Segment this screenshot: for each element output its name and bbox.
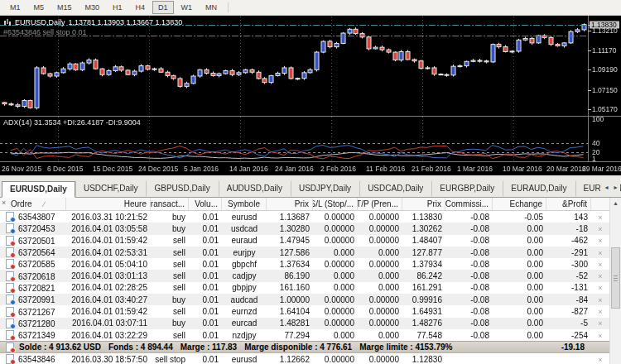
cell-prix: 1.64104: [267, 307, 313, 316]
order-row-63720564[interactable]: 637205642016.04.01 02:53:31sell0.01eurjp…: [0, 247, 609, 258]
chart-tab-usdcad-daily[interactable]: USDCAD,Daily: [359, 180, 431, 197]
close-order-icon[interactable]: ×: [598, 261, 602, 269]
cell-sl: 0.00000: [313, 236, 358, 245]
order-row-63721349[interactable]: 637213492016.04.01 03:22:29sell0.01nzdjp…: [0, 329, 609, 341]
close-order-icon[interactable]: ×: [598, 332, 602, 340]
cell-prix2: 1.12830: [402, 355, 445, 364]
price-chart-canvas[interactable]: [0, 16, 621, 175]
close-order-icon[interactable]: ×: [598, 272, 602, 280]
cell-tp: 0.000: [358, 283, 402, 292]
close-order-icon[interactable]: ×: [598, 225, 602, 233]
date-axis-label: 21 Feb 2016: [412, 165, 451, 173]
orders-table-body: 635438072016.03.31 10:21:52buy0.01eurusd…: [0, 211, 609, 341]
column-header-ordre[interactable]: Ordre∕: [0, 198, 66, 210]
timeframe-button-d1[interactable]: D1: [152, 1, 174, 14]
chart-tab-usdjpy-daily[interactable]: USDJPY,Daily: [291, 180, 359, 197]
cell-symbole: cadjpy: [222, 271, 267, 280]
cell-prix: 127.586: [267, 248, 313, 257]
order-id: 63543846: [18, 355, 55, 364]
order-row-63543846[interactable]: 635438462016.03.30 18:57:50sell stop0.01…: [0, 353, 609, 364]
cell-echange: 0.00: [493, 260, 546, 269]
close-order-icon[interactable]: ×: [598, 213, 602, 222]
pending-orders-section: 635438462016.03.30 18:57:50sell stop0.01…: [0, 353, 609, 364]
chart-tab-usdchf-daily[interactable]: USDCHF,Daily: [75, 180, 147, 197]
column-header-sl[interactable]: S/L (Stop/...: [313, 198, 358, 210]
order-row-63720501[interactable]: 637205012016.04.01 01:59:42sell0.01eurau…: [0, 235, 609, 247]
cell-heure: 2016.04.01 05:04:10: [66, 260, 151, 269]
close-order-icon[interactable]: ×: [598, 308, 602, 316]
order-id: 63721280: [18, 319, 55, 328]
column-header-transact[interactable]: Transact...: [151, 198, 189, 210]
cell-volu: 0.01: [189, 213, 222, 222]
cell-volu: 0.01: [189, 295, 222, 304]
cell-tp: 0.000: [358, 271, 402, 280]
timeframe-button-m30[interactable]: M30: [79, 1, 106, 14]
column-header-volu[interactable]: Volu...: [189, 198, 222, 210]
status-marge-limite: Marge limite : 4153.79%: [359, 342, 452, 352]
chart-tabs-bar: EURUSD,DailyUSDCHF,DailyGBPUSD,DailyAUDU…: [0, 175, 621, 198]
column-header-comm[interactable]: Commissi...: [445, 198, 493, 210]
order-row-63720585[interactable]: 637205852016.04.01 05:04:10sell0.01gbpch…: [0, 258, 609, 270]
sell-order-icon: [6, 330, 14, 340]
order-row-63720991[interactable]: 637209912016.04.01 03:40:27buy0.01audcad…: [0, 294, 609, 305]
sell-order-icon: [6, 236, 14, 246]
chart-tab-audusd-daily[interactable]: AUDUSD,Daily: [219, 180, 291, 197]
cell-profit: -291: [546, 248, 591, 257]
cell-comm: -0.08: [445, 236, 493, 245]
cell-comm: -0.08: [445, 295, 493, 304]
cell-echange: 0.00: [493, 283, 546, 292]
order-row-63720821[interactable]: 637208212016.04.01 02:28:25sell0.01gbpjp…: [0, 282, 609, 294]
table-scrollbar[interactable]: ▲: [609, 198, 621, 364]
cell-profit: -84: [546, 295, 591, 304]
timeframe-button-w1[interactable]: W1: [176, 1, 199, 14]
timeframe-button-m5[interactable]: M5: [28, 1, 51, 14]
timeframe-button-h4[interactable]: H4: [130, 1, 152, 14]
cell-transact: sell: [151, 271, 189, 280]
order-row-63721267[interactable]: 637212672016.04.01 01:59:42sell0.01eurnz…: [0, 305, 609, 317]
chart-tab-euraud-daily[interactable]: EURAUD,Daily: [503, 180, 575, 197]
column-header-symbole[interactable]: Symbole: [222, 198, 267, 210]
scrollbar-up-icon[interactable]: ▲: [610, 198, 621, 208]
order-row-63720618[interactable]: 637206182016.04.01 03:01:13sell0.01cadjp…: [0, 270, 609, 281]
cell-heure: 2016.04.01 01:59:42: [66, 307, 151, 316]
close-order-icon[interactable]: ×: [598, 284, 602, 292]
cell-tp: 0.00000: [358, 355, 402, 364]
cell-symbole: usdcad: [222, 224, 267, 233]
chart-tab-eurusd-daily[interactable]: EURUSD,Daily: [2, 181, 75, 198]
timeframe-button-m1[interactable]: M1: [4, 1, 26, 14]
chart-tab-eurgbp-daily[interactable]: EURGBP,Daily: [431, 180, 503, 197]
cell-prix2: 1.30262: [402, 224, 445, 233]
column-header-prix2[interactable]: Prix: [402, 198, 445, 210]
column-header-echange[interactable]: Echange: [493, 198, 546, 210]
column-header-tp[interactable]: T/P (Pren...: [358, 198, 402, 210]
order-row-63720453[interactable]: 637204532016.04.01 03:05:58buy0.01usdcad…: [0, 223, 609, 234]
cell-transact: buy: [151, 213, 189, 222]
cell-prix2: 1.48407: [402, 236, 445, 245]
cell-sl: 0.000: [313, 331, 358, 340]
adx-axis-tick: 100: [592, 116, 604, 123]
close-order-icon[interactable]: ×: [598, 319, 602, 328]
column-header-profit[interactable]: &Profit: [546, 198, 591, 210]
cell-transact: sell: [151, 260, 189, 269]
cell-sl: 0.000: [313, 248, 358, 257]
column-header-heure[interactable]: Heure: [66, 198, 151, 210]
cell-profit: -18: [546, 224, 591, 233]
tab-scroll-left-icon[interactable]: ◂: [602, 183, 611, 193]
close-order-icon[interactable]: ×: [598, 249, 602, 257]
close-order-icon[interactable]: ×: [598, 296, 602, 304]
order-row-63543807[interactable]: 635438072016.03.31 10:21:52buy0.01eurusd…: [0, 211, 609, 223]
scrollbar-thumb[interactable]: [611, 247, 620, 309]
close-order-icon[interactable]: ×: [598, 356, 602, 364]
column-header-prix[interactable]: Prix: [267, 198, 313, 210]
tab-scroll-right-icon[interactable]: ▸: [611, 183, 620, 193]
order-row-63721280[interactable]: 637212802016.04.01 03:07:11buy0.01eurcad…: [0, 318, 609, 329]
timeframe-button-h1[interactable]: H1: [107, 1, 128, 14]
cell-heure: 2016.04.01 03:01:13: [66, 271, 151, 280]
close-order-icon[interactable]: ×: [598, 237, 602, 245]
chart-tab-gbpusd-daily[interactable]: GBPUSD,Daily: [146, 180, 218, 197]
timeframe-button-mn[interactable]: MN: [200, 1, 223, 14]
cell-prix: 1.13687: [267, 213, 313, 222]
terminal-close-icon[interactable]: ×: [2, 199, 6, 207]
order-id: 63720564: [18, 248, 55, 257]
timeframe-button-m15[interactable]: M15: [51, 1, 78, 14]
